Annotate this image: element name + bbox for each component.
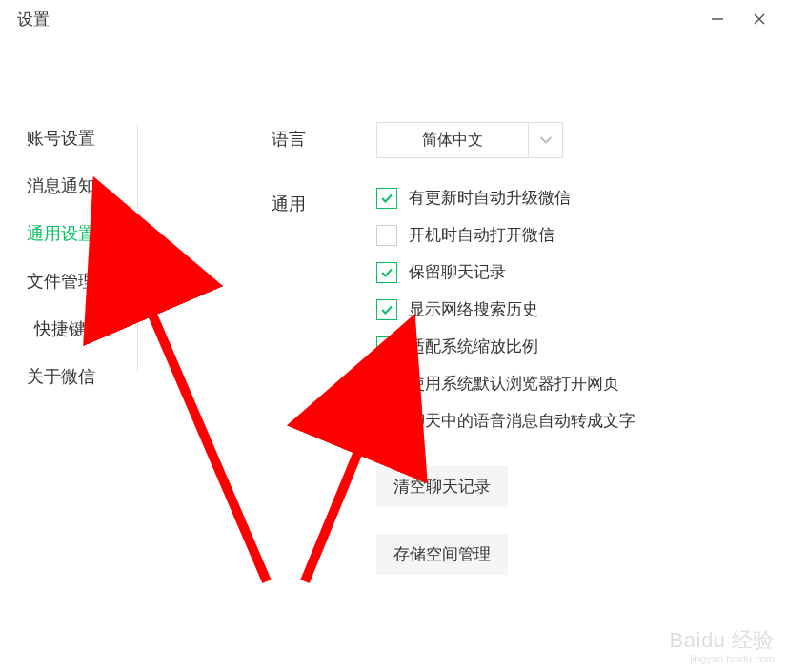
select-arrow: [528, 123, 562, 157]
checkbox-row-search-history: 显示网络搜索历史: [376, 298, 786, 320]
sidebar-item-general[interactable]: 通用设置: [27, 210, 138, 257]
checkbox-row-auto-update: 有更新时自动升级微信: [376, 187, 786, 209]
clear-history-button[interactable]: 清空聊天记录: [376, 466, 508, 507]
sidebar-item-label: 通用设置: [27, 224, 95, 243]
checkbox-label: 使用系统默认浏览器打开网页: [409, 373, 619, 395]
sidebar-item-label: 关于微信: [27, 367, 95, 386]
checkbox-voice-to-text[interactable]: [376, 411, 397, 432]
titlebar: 设置: [0, 0, 786, 38]
sidebar-item-shortcuts[interactable]: 快捷键: [27, 305, 138, 353]
check-icon: [380, 340, 393, 354]
checkbox-auto-update[interactable]: [376, 188, 397, 209]
active-indicator: [136, 222, 139, 245]
checkbox-label: 开机时自动打开微信: [409, 224, 554, 246]
sidebar-item-label: 快捷键: [34, 319, 86, 338]
main-panel: 语言 简体中文 通用 有更新时自: [138, 114, 786, 611]
sidebar: 账号设置 消息通知 通用设置 文件管理 快捷键 关于微信: [0, 114, 138, 611]
checkbox-scale[interactable]: [376, 336, 397, 357]
checkbox-keep-history[interactable]: [376, 262, 397, 283]
watermark-main: Baidu 经验: [670, 626, 775, 655]
checkbox-label: 显示网络搜索历史: [409, 298, 538, 320]
checkbox-search-history[interactable]: [376, 299, 397, 320]
chevron-down-icon: [540, 136, 552, 144]
sidebar-item-about[interactable]: 关于微信: [27, 353, 138, 400]
checkbox-row-keep-history: 保留聊天记录: [376, 261, 786, 283]
checkbox-row-autostart: 开机时自动打开微信: [376, 224, 786, 246]
language-value: 简体中文: [377, 131, 528, 151]
sidebar-item-label: 消息通知: [27, 176, 95, 195]
watermark: Baidu 经验 jingyan.baidu.com: [670, 626, 775, 664]
language-label: 语言: [272, 122, 376, 151]
storage-manage-button[interactable]: 存储空间管理: [376, 534, 508, 575]
check-icon: [380, 266, 393, 279]
checkbox-label: 保留聊天记录: [409, 261, 506, 283]
content-area: 账号设置 消息通知 通用设置 文件管理 快捷键 关于微信 语言 简体中文: [0, 38, 786, 611]
checkbox-label: 适配系统缩放比例: [409, 336, 538, 357]
check-icon: [380, 303, 393, 316]
general-content: 有更新时自动升级微信 开机时自动打开微信 保留聊天记录 显示网络: [376, 187, 786, 582]
checkbox-row-browser: 使用系统默认浏览器打开网页: [376, 373, 786, 395]
button-label: 存储空间管理: [393, 545, 491, 563]
close-icon: [753, 12, 766, 26]
general-row: 通用 有更新时自动升级微信 开机时自动打开微信 保留聊天记录: [272, 187, 786, 582]
minimize-icon: [711, 12, 724, 26]
checkbox-row-voice-to-text: 聊天中的语音消息自动转成文字: [376, 410, 786, 432]
checkbox-label: 聊天中的语音消息自动转成文字: [409, 410, 635, 432]
checkbox-autostart[interactable]: [376, 225, 397, 246]
sidebar-item-notifications[interactable]: 消息通知: [27, 162, 138, 210]
checkbox-label: 有更新时自动升级微信: [409, 187, 571, 209]
language-select[interactable]: 简体中文: [376, 122, 563, 158]
button-label: 清空聊天记录: [393, 478, 491, 496]
close-button[interactable]: [750, 10, 769, 29]
sidebar-item-account[interactable]: 账号设置: [27, 114, 138, 162]
window-title: 设置: [17, 9, 50, 31]
check-icon: [380, 192, 393, 205]
general-label: 通用: [272, 187, 376, 215]
sidebar-item-files[interactable]: 文件管理: [27, 257, 138, 305]
language-content: 简体中文: [376, 122, 786, 158]
minimize-button[interactable]: [708, 10, 727, 29]
window-controls: [708, 10, 769, 29]
language-row: 语言 简体中文: [272, 122, 786, 158]
sidebar-item-label: 文件管理: [27, 272, 95, 291]
sidebar-item-label: 账号设置: [27, 129, 95, 148]
checkbox-browser[interactable]: [376, 374, 397, 395]
checkbox-row-scale: 适配系统缩放比例: [376, 336, 786, 357]
